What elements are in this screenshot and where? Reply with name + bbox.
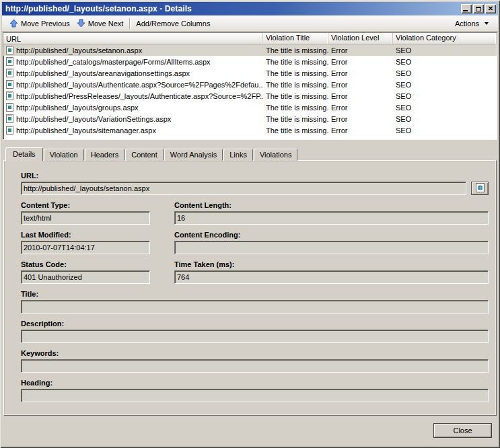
- row-url: http://published/PressReleases/_layouts/…: [16, 92, 263, 100]
- row-url: http://published/_layouts/sitemanager.as…: [16, 126, 156, 135]
- keywords-field[interactable]: [21, 359, 489, 373]
- title-field[interactable]: [21, 300, 489, 313]
- row-violation-category: SEO: [393, 46, 458, 54]
- maximize-button[interactable]: [473, 4, 484, 13]
- column-header-violation-category[interactable]: Violation Category: [393, 33, 458, 44]
- minimize-button[interactable]: [461, 4, 472, 13]
- page-icon: [6, 46, 13, 54]
- row-violation-level: Error: [328, 126, 393, 135]
- chevron-down-icon: [485, 22, 489, 25]
- details-tab-page: URL: Content Type: Content Length:: [3, 160, 497, 416]
- keywords-group: Keywords:: [21, 349, 489, 373]
- actions-menu-button[interactable]: Actions: [451, 18, 493, 29]
- row-violation-level: Error: [328, 115, 393, 123]
- actions-label: Actions: [455, 20, 479, 28]
- footer: Close: [2, 416, 498, 445]
- time-taken-group: Time Taken (ms):: [174, 260, 489, 284]
- move-previous-button[interactable]: Move Previous: [6, 17, 73, 29]
- status-code-field[interactable]: [21, 270, 150, 284]
- browser-page-icon: [475, 183, 485, 194]
- add-remove-columns-label: Add/Remove Columns: [136, 20, 210, 28]
- page-icon: [6, 126, 13, 135]
- table-row[interactable]: http://published/PressReleases/_layouts/…: [3, 90, 497, 102]
- row-violation-title: The title is missing.: [263, 69, 328, 77]
- tab-links[interactable]: Links: [223, 149, 253, 161]
- tab-headers[interactable]: Headers: [85, 149, 125, 161]
- time-taken-field[interactable]: [174, 270, 489, 284]
- last-modified-label: Last Modified:: [21, 231, 150, 239]
- column-header-filler: [458, 33, 497, 44]
- content-encoding-label: Content Encoding:: [174, 231, 489, 239]
- table-row[interactable]: http://published/_layouts/groups.aspx Th…: [3, 102, 497, 113]
- row-url: http://published/_layouts/Authenticate.a…: [16, 81, 263, 89]
- close-button[interactable]: Close: [433, 423, 492, 438]
- row-violation-level: Error: [328, 69, 393, 77]
- row-violation-title: The title is missing.: [263, 104, 328, 112]
- tab-word-analysis[interactable]: Word Analysis: [164, 149, 223, 161]
- tab-violation[interactable]: Violation: [44, 149, 84, 161]
- violations-list: URL Violation Title Violation Level Viol…: [3, 32, 497, 140]
- add-remove-columns-button[interactable]: Add/Remove Columns: [133, 18, 213, 29]
- url-field[interactable]: [21, 182, 466, 195]
- page-icon: [6, 103, 13, 112]
- details-dialog: http://published/_layouts/setanon.aspx -…: [0, 0, 500, 448]
- row-violation-category: SEO: [393, 104, 458, 112]
- row-violation-title: The title is missing.: [263, 92, 328, 100]
- last-modified-field[interactable]: [21, 241, 150, 254]
- content-type-label: Content Type:: [21, 201, 150, 209]
- list-header: URL Violation Title Violation Level Viol…: [3, 33, 497, 44]
- content-encoding-group: Content Encoding:: [174, 231, 489, 254]
- page-icon: [6, 69, 13, 77]
- maximize-icon: [476, 7, 481, 11]
- row-violation-title: The title is missing.: [263, 126, 328, 135]
- heading-group: Heading:: [21, 379, 489, 402]
- column-header-violation-level[interactable]: Violation Level: [328, 33, 393, 44]
- open-in-browser-button[interactable]: [471, 182, 489, 195]
- tab-content[interactable]: Content: [125, 149, 164, 161]
- row-violation-title: The title is missing.: [263, 46, 328, 54]
- table-row[interactable]: http://published/_catalogs/masterpage/Fo…: [3, 56, 497, 67]
- move-next-button[interactable]: Move Next: [73, 17, 127, 29]
- heading-field[interactable]: [21, 389, 489, 402]
- page-icon: [6, 91, 13, 100]
- url-group: URL:: [21, 172, 489, 195]
- tab-violations[interactable]: Violations: [254, 149, 298, 161]
- content-type-field[interactable]: [21, 211, 150, 225]
- content-length-field[interactable]: [174, 211, 489, 225]
- toolbar: Move Previous Move Next Add/Remove Colum…: [2, 15, 498, 32]
- keywords-label: Keywords:: [21, 349, 489, 357]
- page-icon: [6, 57, 13, 66]
- row-status: Status Code: Time Taken (ms):: [21, 260, 489, 284]
- tab-zone: Details Violation Headers Content Word A…: [2, 140, 498, 416]
- url-label: URL:: [21, 172, 489, 180]
- table-row[interactable]: http://published/_layouts/setanon.aspx T…: [3, 44, 497, 56]
- table-row[interactable]: http://published/_layouts/areanavigation…: [3, 67, 497, 79]
- move-next-label: Move Next: [88, 20, 124, 28]
- toolbar-separator: [129, 18, 130, 29]
- row-violation-category: SEO: [393, 69, 458, 77]
- row-url: http://published/_catalogs/masterpage/Fo…: [16, 58, 211, 66]
- down-arrow-icon: [77, 19, 85, 28]
- tab-details[interactable]: Details: [5, 147, 43, 161]
- status-code-label: Status Code:: [21, 260, 150, 268]
- content-encoding-field[interactable]: [174, 241, 489, 254]
- table-row[interactable]: http://published/_layouts/Authenticate.a…: [3, 79, 497, 90]
- table-row[interactable]: http://published/_layouts/VariationSetti…: [3, 113, 497, 124]
- row-violation-category: SEO: [393, 81, 458, 89]
- row-violation-category: SEO: [393, 58, 458, 66]
- column-header-url[interactable]: URL: [3, 33, 263, 44]
- heading-label: Heading:: [21, 379, 489, 387]
- row-url: http://published/_layouts/VariationSetti…: [16, 115, 171, 123]
- table-row[interactable]: http://published/_layouts/sitemanager.as…: [3, 124, 497, 136]
- row-violation-level: Error: [328, 46, 393, 54]
- row-violation-level: Error: [328, 58, 393, 66]
- close-icon: ✕: [488, 5, 493, 12]
- description-label: Description:: [21, 320, 489, 328]
- close-window-button[interactable]: ✕: [485, 4, 496, 13]
- row-violation-title: The title is missing.: [263, 58, 328, 66]
- column-header-violation-title[interactable]: Violation Title: [263, 33, 328, 44]
- description-field[interactable]: [21, 330, 489, 343]
- row-violation-level: Error: [328, 81, 393, 89]
- row-content: Content Type: Content Length:: [21, 201, 489, 225]
- description-group: Description:: [21, 320, 489, 343]
